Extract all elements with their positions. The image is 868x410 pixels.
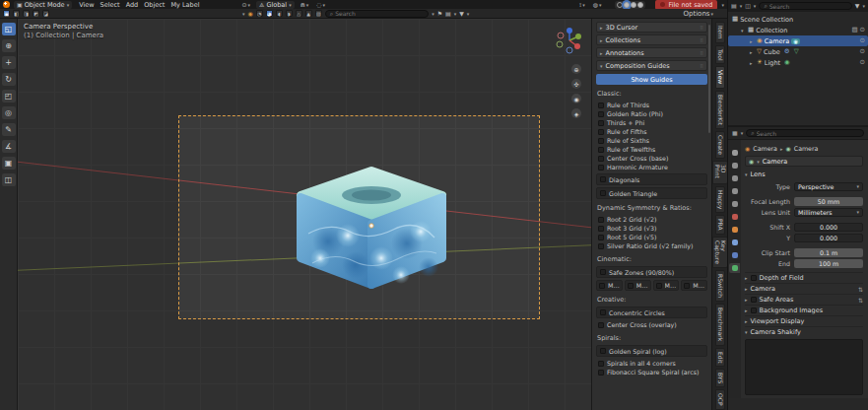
checkbox-root-2-grid-2[interactable]: Root 2 Grid (√2) [596,215,707,224]
checkbox-harmonic-armature[interactable]: Harmonic Armature [596,163,707,171]
disclosure-icon[interactable]: ▸ [750,38,755,44]
measure-tool-icon[interactable]: ∡ [2,140,16,153]
checkbox-box[interactable] [600,269,606,275]
editor-mode-icon-4[interactable]: ◩ [33,10,39,17]
select-box-tool-icon[interactable]: ◱ [2,23,16,35]
disclosure-icon[interactable]: ▸ [750,49,755,55]
editor-mode-icon-1[interactable]: ▣ [3,10,10,17]
checkbox-matt[interactable]: Matt... [681,280,707,291]
panel-background-images[interactable]: ▸Background Images [745,305,863,315]
panel-section-annotations[interactable]: ▸Annotations⠿ [596,47,707,58]
shift-y-field[interactable]: 0.000 [794,234,863,242]
rendered-shading-icon[interactable] [637,2,643,8]
checkbox-box[interactable] [684,283,690,289]
display-mode-icon[interactable]: ▤ [731,3,737,9]
move-tool-icon[interactable]: + [2,56,16,69]
checkbox-box[interactable] [598,243,604,249]
chevron-down-icon[interactable]: ▾ [740,3,743,9]
sidebar-tab-item[interactable]: Item [715,22,725,43]
header-search-input[interactable] [335,10,424,17]
checkbox-root-3-grid-3[interactable]: Root 3 Grid (√3) [596,224,707,233]
checkbox-box[interactable] [598,226,604,232]
solid-shading-icon[interactable] [624,2,630,8]
menu-add[interactable]: Add [123,1,142,9]
checkbox-box[interactable] [598,111,604,117]
pan-hand-icon[interactable]: ✣ [571,79,581,89]
mesh-tool-icon[interactable]: ◫ [2,173,16,186]
filter-funnel-icon[interactable]: ▼ [855,3,860,9]
checkbox-box[interactable] [599,283,605,289]
chevron-down-icon[interactable]: ▾ [432,11,434,17]
outliner-row-camera[interactable]: ▸◉Camera◉⊙ [728,35,868,46]
mode-dropdown[interactable]: ▣ Object Mode ▾ [14,1,72,9]
checkbox-diagonals[interactable]: Diagonals [596,173,707,185]
sidebar-tab-benchmark[interactable]: Benchmark [715,304,725,345]
exclude-toggle-icon[interactable]: ▨ [851,27,857,34]
lens-panel-header[interactable]: ▾ Lens [745,170,863,179]
scrollbar[interactable] [708,25,710,133]
scale-tool-icon[interactable]: ◰ [2,90,16,102]
sidebar-tab-tool[interactable]: Tool [715,45,725,65]
checkbox-box[interactable] [751,275,757,281]
eye-icon[interactable]: ⊙ [860,27,865,34]
checkbox-silver-ratio-grid-2-family[interactable]: Silver Ratio Grid (√2 family) [596,241,707,250]
chevron-down-icon[interactable]: ▾ [721,2,724,8]
panel-section-composition-guides[interactable]: ▾Composition Guides⠿ [596,60,707,71]
sidebar-tab-view[interactable]: View [715,66,725,88]
properties-search-input[interactable] [757,130,859,137]
modifiers-tab-icon[interactable] [729,238,740,247]
animate-icon[interactable]: ⇅ [858,286,863,293]
cursor-tool-icon[interactable]: ⊕ [2,39,16,52]
editor-mode-icon-3[interactable]: ◨ [23,10,30,17]
sidebar-tab-key-capture[interactable]: Key Capture [712,237,728,269]
brush-icon-3[interactable]: ◖ [276,10,283,17]
navigation-gizmo[interactable] [556,27,583,54]
view-layer-tab-icon[interactable] [729,186,740,196]
object-tab-icon[interactable] [729,225,740,235]
properties-search[interactable]: ⌕ [746,129,864,137]
outliner-row-light[interactable]: ▸☀Light◉⊙ [728,57,868,68]
checkbox-box[interactable] [628,283,634,289]
checkbox-rule-of-sixths[interactable]: Rule of Sixths [596,136,707,145]
lens-unit-dropdown[interactable]: Millimeters▾ [794,208,863,217]
chevron-down-icon[interactable]: ▾ [754,3,757,9]
filter-funnel-icon[interactable]: ▼ [459,11,464,17]
breadcrumb-data[interactable]: Camera [794,145,819,152]
editor-mode-icon-5[interactable]: ◪ [42,10,49,17]
disclosure-icon[interactable]: ▸ [750,60,755,66]
checkbox-root-5-grid-5[interactable]: Root 5 Grid (√5) [596,233,707,241]
checkbox-box[interactable] [598,322,604,328]
checkbox-golden-triangle[interactable]: Golden Triangle [596,187,707,199]
chevron-down-icon[interactable]: ▾ [862,3,865,9]
annotate-tool-icon[interactable]: ✎ [2,123,16,136]
clip-start-field[interactable]: 0.1 m [794,248,863,257]
filter-collection-icon[interactable]: ◫ [745,3,751,9]
panel-viewport-display[interactable]: ▸Viewport Display [745,315,863,326]
menu-view[interactable]: View [76,1,97,9]
sidebar-tab-rswitch[interactable]: RSwitch [715,270,725,302]
checkbox-box[interactable] [656,283,662,289]
eye-icon[interactable]: ⊙ [860,59,865,66]
add-cube-tool-icon[interactable]: ▣ [2,157,16,170]
menu-my-label[interactable]: My Label [167,1,202,9]
type-dropdown[interactable]: Perspective▾ [794,182,863,191]
breadcrumb-object[interactable]: Camera [753,145,777,152]
chevron-down-icon[interactable]: ▾ [467,11,470,17]
brush-icon-4[interactable]: ◗ [286,10,293,17]
checkbox-box[interactable] [600,309,606,315]
sidebar-tab-pra[interactable]: PRA [715,215,725,235]
sidebar-tab-3d-print[interactable]: 3D Print [712,161,728,184]
checkbox-center-cross-base[interactable]: Center Cross (base) [596,154,707,163]
proportional-editing-dropdown[interactable]: ◌▾ [314,2,327,8]
brush-icon-1[interactable]: ◔ [256,10,263,17]
sidebar-tab-blenderkit[interactable]: BlenderKit [715,91,725,129]
checkbox-box[interactable] [598,165,604,171]
physics-tab-icon[interactable] [729,250,740,260]
orientation-dropdown[interactable]: ⟁ Global ▾ [256,1,295,9]
checkbox-safe-zones-90-80[interactable]: Safe Zones (90/80%) [596,266,707,278]
checkbox-matt[interactable]: Matt... [596,280,623,291]
clip-end-field[interactable]: 100 m [794,259,863,268]
bookmark-icon[interactable]: ⚑ [437,11,442,17]
rotate-tool-icon[interactable]: ↻ [2,73,16,86]
sidebar-tab-ocp[interactable]: OCP [715,389,725,410]
